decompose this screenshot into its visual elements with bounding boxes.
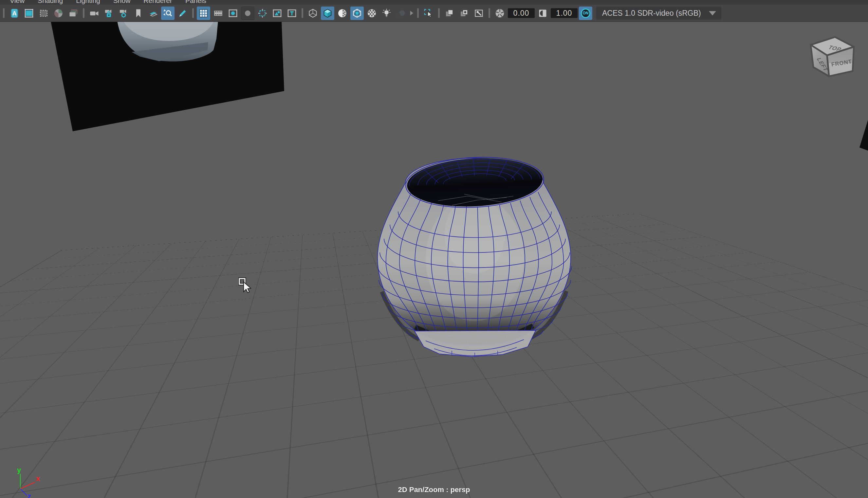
exposure-value: 0.00 [513,9,529,18]
lock-camera-button[interactable] [102,6,116,20]
toolbar-grip [83,8,84,18]
toolbar-grip [417,8,419,18]
menu-panels[interactable]: Panels [185,0,206,4]
display-textures-button[interactable] [271,6,284,20]
xray-active-mode-button[interactable] [457,6,471,20]
colorspace-dropdown[interactable]: ACES 1.0 SDR-video (sRGB) [596,6,721,19]
shadows-toggle-button[interactable] [395,6,408,20]
toolbar-grip [192,8,194,18]
image-plane-black [49,22,286,133]
toolbar-flyout-arrow[interactable] [410,11,413,15]
gamma-input[interactable]: 1.00 [551,8,578,18]
field-chart-button[interactable] [52,6,65,20]
textured-mode-button[interactable] [336,6,349,20]
toolbar-grip [488,8,490,18]
grid-toggle-button[interactable] [197,6,210,20]
camera-attributes-button[interactable] [117,6,130,20]
menu-shading[interactable]: Shading [38,0,63,4]
safe-action-button[interactable] [66,6,80,20]
pot-foot [415,330,536,357]
menu-view[interactable]: View [10,0,25,4]
xray-mode-button[interactable] [443,6,456,20]
panel-toolbar: A [0,4,868,22]
viewport-3d[interactable]: TOP LEFT FRONT y x z 2D Pan/Zoom : persp [0,22,868,498]
svg-text:A: A [12,10,17,16]
pan-zoom-tool-button[interactable] [161,6,174,20]
toolbar-grip [438,8,440,18]
color-management-on-label: ON [581,9,590,18]
toolbar-grip [3,8,4,18]
lighting-toggle-button[interactable] [380,6,393,20]
axis-x-label: x [36,474,40,483]
maya-viewport-window: View Shading Lighting Show Renderer Pane… [0,0,868,498]
color-management-toggle[interactable]: ON [579,6,592,20]
smooth-shade-mode-button[interactable] [321,6,334,20]
bookmark-button[interactable] [132,6,145,20]
panel-menu-bar: View Shading Lighting Show Renderer Pane… [0,0,868,4]
image-plane-corner [859,120,868,150]
object-selection-button[interactable] [422,6,435,20]
display-film-gate-button[interactable] [226,6,240,20]
wireframe-on-shaded-button[interactable] [350,6,364,20]
resolution-gate-button[interactable] [22,6,36,20]
menu-renderer[interactable]: Renderer [143,0,172,4]
wireframe-mode-button[interactable] [306,6,319,20]
axis-gizmo: y x z [8,463,47,498]
gate-mask-button[interactable] [37,6,50,20]
image-plane-wedge-button[interactable] [146,6,160,20]
hud-toggle-button[interactable] [285,6,299,20]
xray-joints-button[interactable] [472,6,486,20]
menu-show[interactable]: Show [113,0,131,4]
arnold-renderview-button[interactable]: A [8,6,21,20]
chevron-down-icon [709,11,716,15]
select-camera-button[interactable] [88,6,101,20]
grease-pencil-button[interactable] [176,6,189,20]
pan-zoom-status-label: 2D Pan/Zoom : persp [398,486,470,494]
menu-lighting[interactable]: Lighting [76,0,100,4]
view-cube[interactable]: TOP LEFT FRONT [807,35,857,81]
axis-z-label: z [27,492,31,498]
gamma-icon[interactable] [536,6,549,20]
exposure-icon[interactable] [493,6,507,20]
use-default-material-button[interactable] [365,6,379,20]
toolbar-grip [302,8,303,18]
isolate-select-button[interactable] [256,6,269,20]
mouse-cursor [238,276,253,295]
colorspace-selected-value: ACES 1.0 SDR-video (sRGB) [602,9,701,18]
pot-mesh[interactable] [369,154,580,365]
axis-y-label: y [17,466,21,474]
gamma-value: 1.00 [556,9,572,18]
display-gate-mask-button[interactable] [241,6,254,20]
pot-bottom-preview [110,22,218,66]
exposure-input[interactable]: 0.00 [508,8,535,18]
film-gate-button[interactable] [211,6,225,20]
